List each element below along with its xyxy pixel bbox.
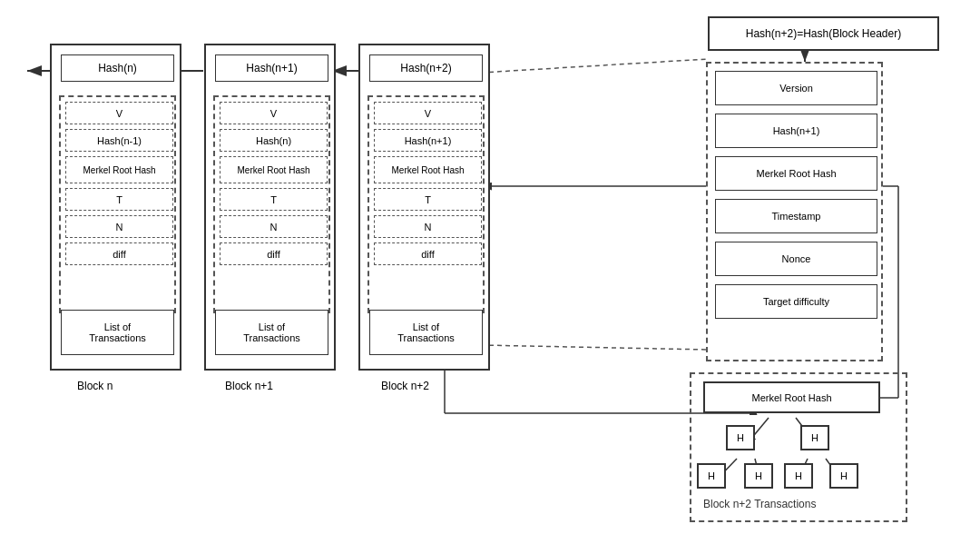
block-n2-n: N: [374, 215, 482, 238]
block-n2-transactions: List ofTransactions: [369, 310, 483, 355]
block-n-n: N: [65, 215, 173, 238]
block-header-fields: Version Hash(n+1) Merkel Root Hash Times…: [706, 62, 883, 361]
bh-timestamp: Timestamp: [715, 199, 877, 233]
svg-line-5: [481, 59, 708, 73]
merkle-caption: Block n+2 Transactions: [703, 498, 816, 510]
block-n-prev-hash: Hash(n-1): [65, 129, 173, 152]
block-n2-label: Block n+2: [381, 380, 429, 392]
bh-merkel: Merkel Root Hash: [715, 156, 877, 191]
block-n-inner: V Hash(n-1) Merkel Root Hash T N diff: [59, 95, 176, 313]
block-n1-diff: diff: [220, 242, 328, 265]
merkle-h6: H: [829, 463, 858, 489]
block-n2-inner: V Hash(n+1) Merkel Root Hash T N diff: [368, 95, 485, 313]
merkle-root-box: Merkel Root Hash: [703, 381, 880, 413]
block-n-merkel: Merkel Root Hash: [65, 156, 173, 183]
block-n1-label: Block n+1: [225, 380, 273, 392]
block-n: Hash(n) V Hash(n-1) Merkel Root Hash T N…: [50, 44, 181, 371]
merkle-h3: H: [697, 463, 726, 489]
block-n2-merkel: Merkel Root Hash: [374, 156, 482, 183]
block-n-transactions: List ofTransactions: [61, 310, 174, 355]
block-n-diff: diff: [65, 242, 173, 265]
bh-nonce: Nonce: [715, 242, 877, 276]
block-n2: Hash(n+2) V Hash(n+1) Merkel Root Hash T…: [358, 44, 490, 371]
block-n2-diff: diff: [374, 242, 482, 265]
block-n-hash: Hash(n): [61, 54, 174, 82]
block-header-title-box: Hash(n+2)=Hash(Block Header): [708, 16, 939, 51]
merkle-h5: H: [784, 463, 813, 489]
block-n1-inner: V Hash(n) Merkel Root Hash T N diff: [213, 95, 330, 313]
block-header-title: Hash(n+2)=Hash(Block Header): [746, 27, 901, 40]
block-n-label: Block n: [77, 380, 113, 392]
block-n1-hash: Hash(n+1): [215, 54, 328, 82]
block-n2-hash: Hash(n+2): [369, 54, 483, 82]
block-n1-n: N: [220, 215, 328, 238]
bh-version: Version: [715, 71, 877, 105]
block-n1-t: T: [220, 188, 328, 211]
bh-hash-n1: Hash(n+1): [715, 114, 877, 148]
block-n1-transactions: List ofTransactions: [215, 310, 328, 355]
block-n1-prev-hash: Hash(n): [220, 129, 328, 152]
svg-line-6: [481, 345, 708, 350]
block-n-v: V: [65, 102, 173, 124]
block-n2-v: V: [374, 102, 482, 124]
block-n1-merkel: Merkel Root Hash: [220, 156, 328, 183]
merkle-h2: H: [800, 425, 829, 450]
diagram-container: Hash(n) V Hash(n-1) Merkel Root Hash T N…: [0, 0, 980, 544]
bh-target-difficulty: Target difficulty: [715, 284, 877, 319]
block-n2-prev-hash: Hash(n+1): [374, 129, 482, 152]
block-n1-v: V: [220, 102, 328, 124]
block-n2-t: T: [374, 188, 482, 211]
block-n-t: T: [65, 188, 173, 211]
block-n1: Hash(n+1) V Hash(n) Merkel Root Hash T N…: [204, 44, 336, 371]
merkle-h1: H: [726, 425, 755, 450]
merkle-h4: H: [744, 463, 773, 489]
